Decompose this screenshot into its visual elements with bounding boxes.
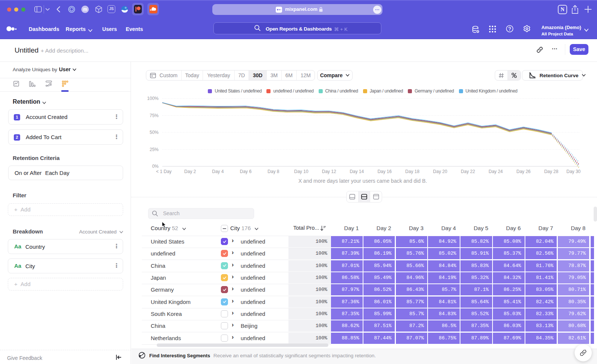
svg-text:Day 14: Day 14 — [350, 169, 364, 174]
svg-text:75%: 75% — [150, 113, 159, 118]
svg-text:50%: 50% — [150, 130, 159, 135]
svg-text:Day 20: Day 20 — [433, 169, 447, 174]
svg-text:< 1 Day: < 1 Day — [156, 169, 172, 174]
svg-text:Day 18: Day 18 — [405, 169, 419, 174]
svg-text:25%: 25% — [150, 147, 159, 152]
svg-text:Day 30: Day 30 — [566, 169, 581, 174]
svg-text:Day 28: Day 28 — [544, 169, 558, 174]
svg-text:Day 4: Day 4 — [212, 169, 224, 174]
svg-text:100%: 100% — [147, 96, 159, 101]
svg-text:Day 16: Day 16 — [378, 169, 392, 174]
svg-text:Day 10: Day 10 — [294, 169, 308, 174]
svg-text:0%: 0% — [152, 164, 159, 169]
svg-text:Day 12: Day 12 — [322, 169, 336, 174]
svg-text:Day 8: Day 8 — [268, 169, 279, 174]
svg-text:Day 6: Day 6 — [240, 169, 252, 174]
svg-text:Day 24: Day 24 — [488, 169, 503, 174]
svg-text:Day 22: Day 22 — [461, 169, 475, 174]
svg-text:Day 26: Day 26 — [516, 169, 531, 174]
svg-text:Day 2: Day 2 — [184, 169, 196, 174]
